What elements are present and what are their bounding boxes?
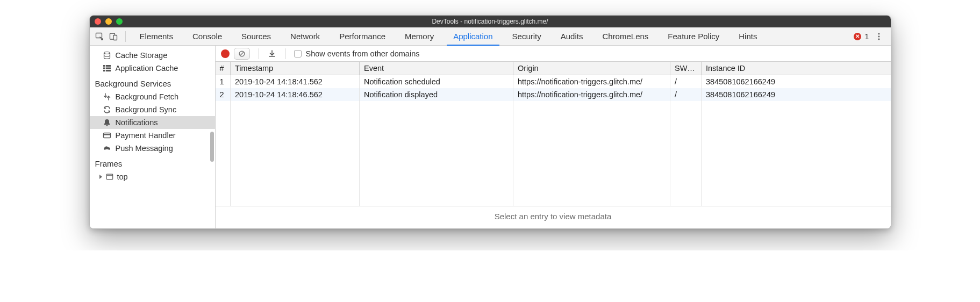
col-header-instance[interactable]: Instance ID [702,62,891,75]
col-header-sw[interactable]: SW … [670,62,702,75]
panel-tab-hints[interactable]: Hints [731,27,764,45]
panel-tab-memory[interactable]: Memory [397,27,441,45]
devtools-tabstrip: ElementsConsoleSourcesNetworkPerformance… [90,27,891,46]
show-other-domains-label: Show events from other domains [306,49,420,58]
table-row[interactable]: 12019-10-24 14:18:41.562Notification sch… [216,75,891,89]
device-toolbar-icon[interactable] [109,32,118,41]
error-count: 1 [864,32,869,41]
divider [285,48,285,59]
panel-tab-feature-policy[interactable]: Feature Policy [660,27,727,45]
frames-top-label: top [117,172,128,181]
sidebar-item-application-cache[interactable]: Application Cache [90,62,215,75]
sidebar-item-label: Push Messaging [116,144,173,153]
application-sidebar: Cache Storage Application Cache Backgrou… [90,46,216,228]
col-header-event[interactable]: Event [360,62,513,75]
payment-handler-icon [103,131,111,140]
content-area: Cache Storage Application Cache Backgrou… [90,46,891,228]
sidebar-item-push-messaging[interactable]: Push Messaging [90,142,215,155]
minimize-button[interactable] [105,18,112,25]
sidebar-item-label: Payment Handler [116,131,176,140]
sidebar-item-label: Background Sync [116,105,177,114]
zoom-button[interactable] [116,18,123,25]
error-icon: ✕ [854,33,861,40]
devtools-window: DevTools - notification-triggers.glitch.… [89,15,891,229]
svg-rect-7 [103,65,105,67]
cell-ts: 2019-10-24 14:18:41.562 [231,75,360,89]
svg-point-5 [878,38,879,40]
col-header-index[interactable]: # [216,62,231,75]
sidebar-scrollbar-thumb[interactable] [210,132,214,162]
sidebar-item-payment-handler[interactable]: Payment Handler [90,129,215,142]
clear-button[interactable] [234,48,250,60]
panel-tab-chromelens[interactable]: ChromeLens [595,27,656,45]
panel-tabs: ElementsConsoleSourcesNetworkPerformance… [130,27,767,45]
show-other-domains-checkbox[interactable] [294,50,302,57]
table-row[interactable]: 22019-10-24 14:18:46.562Notification dis… [216,88,891,101]
sidebar-item-label: Background Fetch [116,92,179,101]
sidebar-item-label: Notifications [116,118,158,127]
col-header-origin[interactable]: Origin [513,62,670,75]
table-empty-space [216,101,891,206]
push-messaging-icon [103,144,111,153]
sidebar-item-notifications[interactable]: Notifications [90,116,215,129]
cell-ts: 2019-10-24 14:18:46.562 [231,88,360,101]
frames-top-item[interactable]: top [90,170,215,183]
sidebar-heading-bg-services: Background Services [90,75,215,90]
download-button[interactable] [268,49,276,58]
notifications-icon [103,118,111,127]
window-icon [105,172,114,181]
svg-rect-2 [113,35,117,40]
cell-event: Notification scheduled [360,75,513,89]
inspect-element-icon[interactable] [95,32,104,41]
table-header-row: # Timestamp Event Origin SW … Instance I… [216,62,891,75]
sidebar-heading-frames: Frames [90,155,215,170]
cell-idx: 2 [216,88,231,101]
sidebar-item-background-fetch[interactable]: Background Fetch [90,90,215,103]
svg-rect-12 [106,70,111,71]
main-panel: Show events from other domains # Timesta… [216,46,891,228]
sidebar-item-background-sync[interactable]: Background Sync [90,103,215,116]
cell-sw: / [670,88,702,101]
clear-icon [238,49,246,58]
metadata-hint: Select an entry to view metadata [216,206,891,228]
panel-tab-elements[interactable]: Elements [132,27,181,45]
more-menu-icon[interactable] [875,32,883,41]
cell-event: Notification displayed [360,88,513,101]
panel-tab-sources[interactable]: Sources [234,27,278,45]
col-header-timestamp[interactable]: Timestamp [231,62,360,75]
record-button[interactable] [221,49,230,58]
svg-rect-13 [103,133,110,138]
divider [259,48,259,59]
divider [125,31,126,42]
cell-sw: / [670,75,702,89]
svg-rect-9 [103,68,105,69]
events-table: # Timestamp Event Origin SW … Instance I… [216,62,891,228]
close-button[interactable] [95,18,101,25]
window-title: DevTools - notification-triggers.glitch.… [432,18,548,25]
sidebar-item-cache-storage[interactable]: Cache Storage [90,49,215,62]
background-sync-icon [103,105,111,114]
error-badge[interactable]: ✕ 1 [854,32,869,41]
database-icon [103,51,111,60]
cell-idx: 1 [216,75,231,89]
panel-tab-console[interactable]: Console [185,27,230,45]
cell-instance: 3845081062166249 [702,75,891,89]
svg-rect-0 [96,33,102,38]
panel-tab-performance[interactable]: Performance [332,27,393,45]
svg-rect-8 [106,65,111,67]
disclosure-triangle-icon[interactable] [99,175,102,179]
svg-point-4 [878,35,879,37]
svg-rect-11 [103,70,105,71]
panel-tab-audits[interactable]: Audits [553,27,591,45]
events-toolbar: Show events from other domains [216,46,891,62]
sidebar-item-label: Cache Storage [116,51,168,60]
traffic-lights [95,18,123,25]
svg-point-3 [878,33,879,34]
panel-tab-security[interactable]: Security [505,27,549,45]
svg-point-6 [104,52,110,54]
cell-origin: https://notification-triggers.glitch.me/ [513,75,670,89]
svg-rect-14 [106,174,112,179]
panel-tab-application[interactable]: Application [446,27,500,45]
cell-instance: 3845081062166249 [702,88,891,101]
panel-tab-network[interactable]: Network [283,27,327,45]
